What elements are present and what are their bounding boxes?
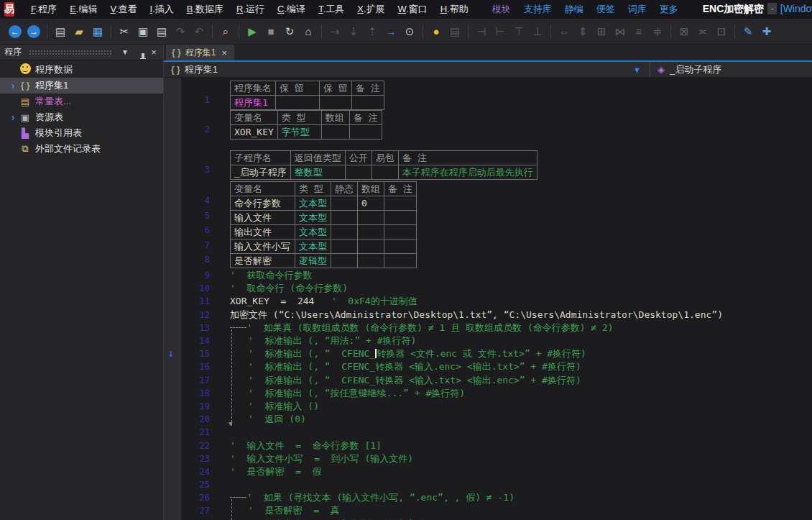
hint-lightbulb-icon[interactable]: ● (427, 22, 446, 41)
table-cell[interactable] (331, 240, 358, 254)
format-brush-icon[interactable]: ✎ (739, 22, 757, 41)
code-line[interactable]: 23' 输入文件小写 = 到小写 (输入文件) (164, 452, 812, 465)
to-front-icon[interactable]: ⊠ (675, 22, 693, 41)
code-line[interactable]: 13╌╌╌' 如果真 (取数组成员数 (命令行参数) ≠ 1 且 取数组成员数 … (164, 321, 812, 334)
table-cell[interactable] (321, 125, 349, 140)
tree-item-program-data[interactable]: ›程序数据 (0, 62, 163, 78)
find-in-files-icon[interactable]: ⌕ (216, 22, 235, 41)
table-cell[interactable] (331, 196, 358, 211)
menu-item-X[interactable]: X.扩展 (351, 1, 391, 18)
code-line[interactable]: 19' 标准输入 () (164, 400, 812, 413)
code-line[interactable]: 25 (164, 478, 812, 491)
redo-icon[interactable]: ↷ (171, 22, 190, 41)
table-cell[interactable]: _启动子程序 (231, 165, 291, 180)
static-compile-icon[interactable]: ⌂ (299, 22, 318, 41)
code-line[interactable]: 20' 返回 (0) (164, 413, 812, 426)
nav-back-icon[interactable]: ← (6, 22, 24, 41)
run-icon[interactable]: ▶ (243, 22, 262, 41)
table-cell[interactable] (358, 211, 384, 225)
table-cell[interactable] (384, 196, 417, 211)
table-cell[interactable]: 输出文件 (231, 225, 295, 240)
table-cell[interactable]: 文本型 (295, 196, 331, 211)
step-over-icon[interactable]: ⇢ (326, 22, 344, 41)
menu-item-C[interactable]: C.编译 (271, 1, 312, 18)
quick-link[interactable]: 静编 (559, 1, 589, 18)
expand-chevron-icon[interactable]: › (7, 111, 19, 123)
table-cell[interactable] (345, 165, 372, 180)
copy-icon[interactable]: ▣ (134, 22, 152, 41)
run-to-cursor-icon[interactable]: → (382, 22, 400, 41)
menu-item-I[interactable]: I.插入 (144, 1, 180, 18)
center-icon[interactable]: ≑ (648, 22, 667, 41)
align-bottom-icon[interactable]: ⊥ (528, 22, 547, 41)
table-cell[interactable]: 本子程序在程序启动后最先执行 (398, 165, 537, 180)
paste-icon[interactable]: ▤ (152, 22, 171, 41)
unlock-icon[interactable]: ⊙ (400, 22, 419, 41)
code-line[interactable]: 9' 获取命令行参数 (164, 269, 812, 282)
restart-icon[interactable]: ↻ (280, 22, 299, 41)
menu-item-W[interactable]: W.窗口 (392, 1, 434, 18)
code-editor[interactable]: ↓ 12345678 程序集名保 留保 留备 注程序集1变量名类 型数组备 注X… (164, 78, 812, 520)
table-cell[interactable] (349, 125, 382, 140)
code-line[interactable]: 16' 标准输出 (, “ CFENC_转换器 <输入.enc> <输出.txt… (164, 360, 812, 373)
cut-icon[interactable]: ✂ (115, 22, 134, 41)
code-line[interactable]: 21 (164, 426, 812, 439)
menu-item-T[interactable]: T.工具 (312, 1, 351, 18)
new-file-icon[interactable]: ▤ (51, 22, 70, 41)
table-cell[interactable] (372, 165, 398, 180)
table-cell[interactable]: XOR_KEY (231, 125, 278, 140)
table-cell[interactable]: 文本型 (295, 240, 331, 254)
menu-item-H[interactable]: H.帮助 (434, 1, 475, 18)
code-line[interactable]: 11XOR_KEY = 244 ' 0xF4的十进制值 (164, 295, 812, 308)
table-cell[interactable] (276, 96, 320, 110)
table-cell[interactable]: 命令行参数 (231, 196, 295, 211)
note-icon[interactable]: ▤ (446, 22, 464, 41)
table-cell[interactable] (358, 225, 384, 240)
table-cell[interactable]: 程序集1 (231, 96, 276, 110)
quick-link[interactable]: 更多 (654, 1, 684, 18)
same-height-icon[interactable]: ⇕ (573, 22, 592, 41)
step-into-icon[interactable]: ⇣ (344, 22, 363, 41)
code-line[interactable]: 10' 取命令行 (命令行参数) (164, 282, 812, 295)
tree-item-constants-table[interactable]: ›▤常量表... (0, 93, 163, 109)
toolbox-icon[interactable]: ✚ (757, 22, 776, 41)
code-line[interactable]: 28' 输出文件 = 子文本替换 (输入文件, “.enc”, “.txt”) (164, 518, 812, 520)
code-line[interactable]: 22' 输入文件 = 命令行参数 [1] (164, 439, 812, 452)
v-spacing-icon[interactable]: ≡ (629, 22, 648, 41)
same-width-icon[interactable]: ⇔ (555, 22, 573, 41)
table-cell[interactable] (331, 211, 358, 225)
h-spacing-icon[interactable]: ⋈ (611, 22, 629, 41)
quick-link[interactable]: 便签 (591, 1, 621, 18)
panel-dropdown-icon[interactable]: ▼ (120, 48, 130, 56)
table-cell[interactable] (384, 240, 417, 254)
same-size-icon[interactable]: ⊞ (592, 22, 611, 41)
subroutine-selector[interactable]: ◈ _启动子程序 (650, 63, 812, 76)
tab-assembly-1[interactable]: { } 程序集1 × (166, 45, 234, 60)
tree-item-external-files-table[interactable]: ›⧉外部文件记录表 (0, 141, 163, 157)
table-cell[interactable] (351, 96, 384, 110)
table-cell[interactable]: 逻辑型 (295, 254, 331, 268)
fit-height-icon[interactable]: ≍ (693, 22, 712, 41)
tree-item-assembly-1[interactable]: ›{ }程序集1 (0, 78, 163, 93)
quick-link[interactable]: 词库 (622, 1, 652, 18)
code-line[interactable]: 17' 标准输出 (, “ CFENC_转换器 <输入.txt> <输出.enc… (164, 374, 812, 387)
table-cell[interactable]: 文本型 (295, 225, 331, 240)
table-cell[interactable]: 整数型 (290, 165, 345, 180)
nav-forward-icon[interactable]: → (24, 22, 43, 41)
align-left-icon[interactable]: ⊣ (472, 22, 491, 41)
table-cell[interactable]: 输入文件小写 (231, 240, 295, 254)
code-line[interactable]: 26╌╌╌' 如果 (寻找文本 (输入文件小写, “.enc”, , 假) ≠ … (164, 491, 812, 504)
table-cell[interactable]: 文本型 (295, 211, 331, 225)
table-cell[interactable] (384, 225, 417, 240)
table-cell[interactable] (358, 240, 384, 254)
align-top-icon[interactable]: ⊤ (509, 22, 528, 41)
breadcrumb-left[interactable]: { } 程序集1 (164, 63, 633, 76)
table-cell[interactable] (384, 254, 417, 268)
code-line[interactable]: 14' 标准输出 (, “用法:” + #换行符) (164, 334, 812, 347)
align-right-icon[interactable]: ⊢ (491, 22, 509, 41)
stop-icon[interactable]: ■ (262, 22, 280, 41)
resize-icon[interactable]: ⊡ (712, 22, 731, 41)
table-cell[interactable] (331, 254, 358, 268)
tab-close-icon[interactable]: × (220, 47, 229, 58)
code-line[interactable]: 27' 是否解密 = 真 (164, 504, 812, 517)
